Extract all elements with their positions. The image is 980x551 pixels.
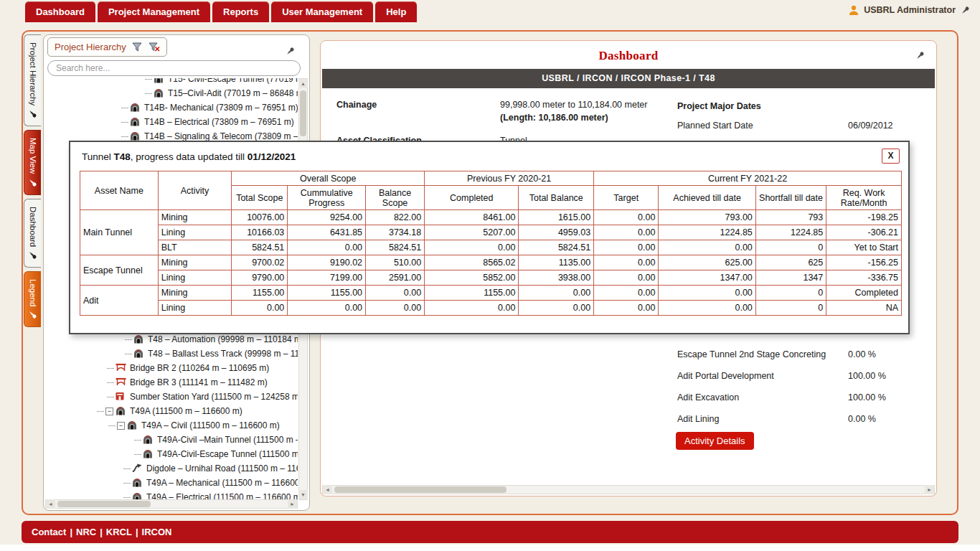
tree-item[interactable]: T49A-Civil –Main Tunnel (111500 m – 1 bbox=[47, 433, 298, 447]
tree-item-label: Sumber Station Yard (111500 m – 124258 m… bbox=[130, 392, 298, 402]
tunnel-icon bbox=[154, 78, 165, 84]
side-tab-project-hierarchy[interactable]: Project Hierarchy bbox=[24, 34, 41, 126]
activity-cell: BLT bbox=[158, 240, 232, 255]
tree-item[interactable]: T48 – Automation (99998 m – 110184 m) bbox=[47, 332, 298, 347]
pin-icon[interactable] bbox=[915, 51, 925, 60]
close-button[interactable]: X bbox=[882, 149, 900, 164]
tree-item[interactable]: Bridge BR 3 (111141 m – 111482 m) bbox=[47, 375, 298, 390]
table-row: Lining9790.007199.002591.005852.003938.0… bbox=[80, 270, 902, 286]
pin-icon[interactable] bbox=[961, 6, 970, 15]
side-tab-label: Map View bbox=[29, 138, 37, 174]
tree-item[interactable]: T15- Civil-Escape Tunnel (77019 m – 8684… bbox=[47, 78, 298, 86]
tree-item-label: T14B- Mechanical (73809 m – 76951 m) bbox=[144, 103, 298, 113]
table-row: BLT5824.510.005824.510.005824.510.000.00… bbox=[80, 240, 902, 255]
scroll-up-icon[interactable]: ▲ bbox=[298, 79, 308, 88]
pin-icon[interactable] bbox=[286, 47, 295, 56]
collapse-toggle-icon[interactable]: − bbox=[105, 408, 113, 415]
scrollbar-thumb[interactable] bbox=[300, 90, 306, 136]
horizontal-scrollbar[interactable]: ◄ ► bbox=[322, 485, 935, 494]
value-cell: 0.00 bbox=[594, 286, 659, 301]
activity-progress-row: Adit Excavation100.00 % bbox=[677, 392, 886, 402]
scroll-down-icon[interactable]: ▼ bbox=[298, 490, 308, 499]
column-header: Achieved till date bbox=[659, 186, 755, 210]
activity-percent: 100.00 % bbox=[848, 371, 886, 381]
value-cell: 625 bbox=[755, 255, 826, 270]
scroll-left-icon[interactable]: ◄ bbox=[323, 485, 332, 494]
value-cell: 822.00 bbox=[366, 210, 425, 225]
tree-item-label: T49A-Civil-Escape Tunnel (111500 m – bbox=[157, 449, 298, 459]
chainage-value: 99,998.00 meter to 110,184.00 meter bbox=[500, 100, 647, 110]
footer-link-contact[interactable]: Contact bbox=[32, 527, 66, 537]
hierarchy-header: Project Hierarchy bbox=[47, 37, 167, 57]
tree-item[interactable]: T49A-Civil-Escape Tunnel (111500 m – bbox=[47, 447, 298, 461]
dashboard-title: Dashboard bbox=[321, 49, 936, 63]
filter-icon[interactable] bbox=[132, 42, 143, 52]
tree-item[interactable]: T49A – Electrical (111500 m – 116600 m) bbox=[47, 490, 298, 500]
tree-item[interactable]: Sumber Station Yard (111500 m – 124258 m… bbox=[47, 390, 298, 404]
tree-connector bbox=[145, 79, 152, 80]
horizontal-scrollbar[interactable]: ◄ ► bbox=[45, 499, 298, 509]
tree-item-label: T49A – Mechanical (111500 m – 116600 m) bbox=[146, 478, 298, 488]
value-cell: -306.21 bbox=[826, 225, 902, 240]
value-cell: 0.00 bbox=[659, 240, 755, 255]
scrollbar-thumb[interactable] bbox=[334, 486, 507, 493]
nav-tab-help[interactable]: Help bbox=[375, 1, 417, 22]
tree-connector bbox=[125, 354, 132, 354]
value-cell: 1615.00 bbox=[519, 210, 594, 225]
clear-filter-icon[interactable] bbox=[149, 42, 160, 52]
value-cell: 1155.00 bbox=[288, 286, 366, 301]
scroll-right-icon[interactable]: ► bbox=[925, 485, 934, 494]
side-tab-label: Project Hierarchy bbox=[29, 42, 37, 105]
activity-cell: Mining bbox=[158, 255, 232, 270]
nav-tab-dashboard[interactable]: Dashboard bbox=[25, 1, 95, 22]
tree-item[interactable]: Digdole – Urnihal Road (111500 m – 1166 bbox=[47, 461, 298, 476]
tunnel-icon bbox=[130, 131, 141, 141]
tree-item[interactable]: T15–Civil-Adit (77019 m – 86848 m bbox=[47, 86, 298, 100]
tree-item[interactable]: Bridge BR 2 (110264 m – 110695 m) bbox=[47, 361, 298, 375]
user-area: USBRL Administrator bbox=[849, 5, 970, 15]
collapse-toggle-icon[interactable]: − bbox=[117, 422, 125, 430]
column-header: Asset Name bbox=[80, 171, 159, 210]
scrollbar-thumb[interactable] bbox=[57, 501, 151, 507]
pin-icon bbox=[28, 250, 37, 260]
side-tab-map-view[interactable]: Map View bbox=[24, 130, 41, 194]
planned-start-value: 06/09/2012 bbox=[848, 121, 893, 131]
major-dates-title: Project Major Dates bbox=[677, 101, 893, 111]
tree-item-label: Digdole – Urnihal Road (111500 m – 1166 bbox=[146, 463, 298, 474]
value-cell: 10166.03 bbox=[232, 225, 288, 240]
side-tab-legend[interactable]: Legend bbox=[24, 271, 41, 327]
tree-item[interactable]: T48 – Ballast Less Track (99998 m – 1101… bbox=[47, 347, 298, 361]
nav-tab-user-management[interactable]: User Management bbox=[271, 1, 373, 22]
nav-tab-project-management[interactable]: Project Management bbox=[98, 1, 210, 22]
tree-item[interactable]: −T49A (111500 m – 116600 m) bbox=[47, 404, 298, 418]
value-cell: 0.00 bbox=[659, 301, 755, 316]
tree-connector bbox=[121, 136, 128, 137]
tree-item[interactable]: −T49A – Civil (111500 m – 116600 m) bbox=[47, 418, 298, 433]
activity-details-button[interactable]: Activity Details bbox=[676, 432, 754, 450]
scroll-right-icon[interactable]: ► bbox=[288, 499, 297, 509]
value-cell: 1224.85 bbox=[659, 225, 755, 240]
tree-item-label: T49A – Civil (111500 m – 116600 m) bbox=[141, 420, 280, 430]
value-cell: 6431.85 bbox=[288, 225, 366, 240]
tree-connector bbox=[145, 93, 152, 94]
footer-link-krcl[interactable]: KRCL bbox=[106, 527, 132, 537]
tree-connector bbox=[123, 497, 131, 498]
planned-start-row: Planned Start Date 06/09/2012 bbox=[677, 121, 893, 131]
tree-item[interactable]: T14B – Electrical (73809 m – 76951 m) bbox=[47, 115, 298, 129]
project-major-dates: Project Major Dates Planned Start Date 0… bbox=[677, 101, 893, 131]
user-name: USBRL Administrator bbox=[864, 5, 956, 15]
footer-link-ircon[interactable]: IRCON bbox=[142, 527, 172, 537]
footer-link-nrc[interactable]: NRC bbox=[76, 527, 96, 537]
value-cell: 8461.00 bbox=[425, 210, 519, 225]
tree-connector bbox=[121, 122, 128, 123]
tree-item[interactable]: T14B- Mechanical (73809 m – 76951 m) bbox=[47, 100, 298, 115]
tree-item[interactable]: T49A – Mechanical (111500 m – 116600 m) bbox=[47, 476, 298, 490]
nav-tab-reports[interactable]: Reports bbox=[212, 1, 269, 22]
scroll-left-icon[interactable]: ◄ bbox=[46, 499, 55, 509]
activity-cell: Mining bbox=[158, 286, 232, 301]
bottom-strip bbox=[0, 545, 980, 551]
side-tab-dashboard[interactable]: Dashboard bbox=[24, 199, 41, 268]
modal-title-middle: , progress data updated till bbox=[131, 151, 245, 162]
search-input[interactable] bbox=[47, 60, 301, 76]
progress-modal: Tunnel T48, progress data updated till 0… bbox=[69, 141, 910, 334]
